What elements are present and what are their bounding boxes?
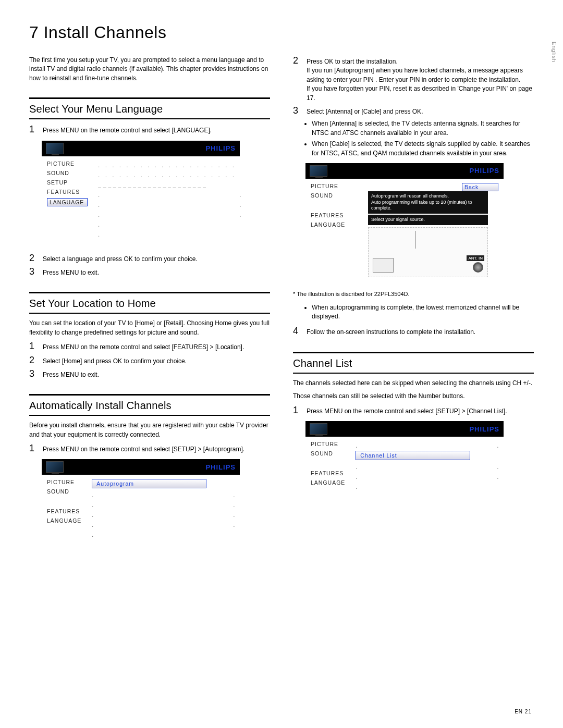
heading-language: Select Your Menu Language [29, 103, 270, 115]
submenu-selected: Channel List [356, 451, 470, 460]
heading-channel-list: Channel List [293, 357, 534, 369]
two-column-layout: The first time you setup your TV, you ar… [29, 56, 534, 559]
antenna-cable-bullets: When [Antenna] is selected, the TV detec… [312, 119, 534, 158]
steps-autoinstall-final: 4 Follow the on-screen instructions to c… [293, 326, 534, 337]
tv-menu-left: PICTURE SOUND FEATURES LANGUAGE [311, 441, 345, 508]
tv-shape-icon [46, 143, 64, 154]
tv-header: PHILIPS [42, 141, 240, 156]
illustration-caption: * The illustration is discribed for 22PF… [293, 291, 534, 297]
menu-item: PICTURE [311, 441, 345, 447]
step-number: 3 [29, 369, 36, 379]
antenna-diagram: ANT. IN [368, 227, 488, 277]
step-text: Select [Home] and press OK to confirm yo… [43, 355, 270, 366]
bullet: When [Cable] is selected, the TV detects… [312, 140, 534, 158]
step-text: Press MENU on the remote control and sel… [43, 443, 270, 454]
step-text: Select [Antenna] or [Cable] and press OK… [307, 106, 534, 116]
divider-thin [293, 373, 534, 374]
tooltip-rescan: Autoprogram will rescan all channels. Au… [368, 191, 488, 214]
menu-item: SOUND [47, 170, 88, 176]
tv-menu-screenshot-autoprogram: PHILIPS PICTURE SOUND FEATURES LANGUAGE … [42, 459, 240, 553]
tv-shape-icon [310, 165, 327, 177]
bullet: When [Antenna] is selected, the TV detec… [312, 119, 534, 138]
brand-logo: PHILIPS [469, 425, 499, 433]
steps-chlist: 1 Press MENU on the remote control and s… [293, 405, 534, 416]
step-text: Press MENU on the remote control and sel… [307, 405, 534, 416]
step-text: Press MENU to exit. [43, 369, 270, 379]
divider-thin [29, 118, 270, 119]
steps-location: 1 Press MENU on the remote control and s… [29, 341, 270, 379]
divider [29, 394, 270, 396]
heading-location: Set Your Location to Home [29, 298, 270, 310]
heading-autoinstall: Automatically Install Channels [29, 400, 270, 412]
menu-item: SETUP [47, 179, 88, 186]
step-number: 3 [29, 267, 36, 277]
menu-item: SOUND [47, 488, 81, 495]
brand-logo: PHILIPS [205, 463, 236, 471]
step-number: 1 [29, 443, 36, 454]
menu-item: PICTURE [47, 161, 88, 167]
menu-item: FEATURES [47, 189, 88, 195]
menu-item: PICTURE [47, 479, 81, 485]
tv-header: PHILIPS [305, 421, 504, 437]
tv-menu-right: . . . . . . . . . . . . . . . . . . . . … [98, 161, 243, 240]
menu-item: LANGUAGE [311, 221, 358, 228]
menu-item: SOUND [311, 192, 358, 199]
tv-menu-screenshot-language: PHILIPS PICTURE SOUND SETUP FEATURES LAN… [42, 141, 240, 247]
ant-in-label: ANT. IN [467, 255, 484, 261]
steps-autoinstall: 1 Press MENU on the remote control and s… [29, 443, 270, 454]
tv-header: PHILIPS [42, 459, 240, 475]
step-text: Select a language and press OK to confir… [43, 253, 270, 264]
chlist-p1: The channels selected here can be skippe… [293, 379, 534, 388]
left-column: The first time you setup your TV, you ar… [29, 56, 270, 559]
steps-language-cont: 2 Select a language and press OK to conf… [29, 253, 270, 278]
wall-box-icon [373, 258, 394, 273]
step-number: 1 [29, 341, 36, 352]
tv-menu-right: Autoprogram . . . . . . . . . [92, 479, 237, 546]
steps-autoinstall-cont: 2 Press OK to start the installation. If… [293, 56, 534, 116]
tv-menu-left: PICTURE SOUND FEATURES LANGUAGE [311, 183, 358, 277]
menu-item-selected: LANGUAGE [47, 198, 88, 206]
step-number: 1 [293, 405, 300, 416]
divider-thin [29, 313, 270, 314]
tv-header: PHILIPS [305, 163, 504, 179]
bullet: When autoprogramming is complete, the lo… [312, 303, 534, 322]
tv-menu-right: Back Autoprogram will rescan all channel… [368, 183, 498, 277]
step-number: 2 [29, 355, 36, 366]
tooltip-source: Select your signal source. [368, 215, 488, 225]
menu-item: PICTURE [311, 183, 358, 189]
divider [293, 352, 534, 353]
antenna-icon [415, 231, 416, 249]
steps-language: 1 Press MENU on the remote control and s… [29, 125, 270, 135]
tv-menu-left: PICTURE SOUND FEATURES LANGUAGE [47, 479, 81, 546]
step-text: Press MENU to exit. [43, 267, 270, 277]
step-number: 2 [29, 253, 36, 264]
tv-menu-right: . . Channel List . . . . . [356, 441, 500, 508]
step-number: 3 [293, 106, 300, 116]
brand-logo: PHILIPS [469, 167, 499, 175]
tv-shape-icon [46, 461, 64, 473]
tv-menu-screenshot-signal: PHILIPS PICTURE SOUND FEATURES LANGUAGE … [305, 163, 504, 285]
submenu-selected: Autoprogram [92, 479, 206, 488]
menu-item: SOUND [311, 450, 345, 456]
brand-logo: PHILIPS [205, 144, 236, 152]
menu-item: FEATURES [47, 508, 81, 514]
tv-menu-screenshot-channellist: PHILIPS PICTURE SOUND FEATURES LANGUAGE … [305, 421, 504, 515]
intro-text: The first time you setup your TV, you ar… [29, 56, 270, 83]
step-text: Press OK to start the installation. If y… [307, 56, 534, 103]
coax-port-icon [473, 262, 483, 273]
divider [29, 292, 270, 293]
step-text: Press MENU on the remote control and sel… [43, 341, 270, 352]
step2-line: Press OK to start the installation. [307, 58, 398, 65]
dotted-content: . . [356, 441, 500, 451]
forgot-note: If you have forgotten your PIN, reset it… [307, 85, 532, 101]
tv-menu-left: PICTURE SOUND SETUP FEATURES LANGUAGE [47, 161, 88, 240]
step-number: 1 [29, 125, 36, 135]
dotted-content: . . . . . . . . . . . . . . . . . . . . … [98, 161, 243, 240]
right-column: 2 Press OK to start the installation. If… [293, 56, 534, 559]
autoprogram-complete-bullet: When autoprogramming is complete, the lo… [312, 303, 534, 322]
back-button: Back [462, 183, 498, 191]
chlist-p2: Those channels can still be selected wit… [293, 392, 534, 401]
pin-note: If you run [Autoprogram] when you have l… [307, 67, 523, 83]
tv-shape-icon [310, 423, 327, 435]
autoinstall-intro: Before you install channels, ensure that… [29, 421, 270, 439]
